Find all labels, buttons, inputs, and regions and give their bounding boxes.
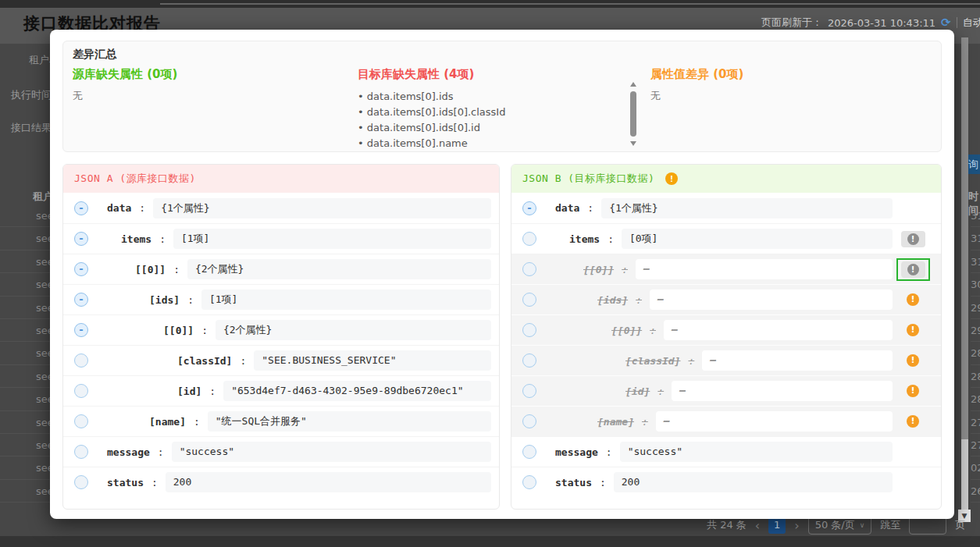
diff-badge-slot: ! <box>893 231 933 247</box>
collapse-toggle-icon[interactable]: - <box>74 232 88 246</box>
table-row[interactable]: 27 <box>971 434 980 456</box>
json-value: – <box>702 350 893 371</box>
collapse-toggle-icon[interactable]: - <box>74 293 88 307</box>
collapse-toggle-icon[interactable]: - <box>74 323 88 337</box>
json-tree-row: message:"success" <box>63 436 499 467</box>
diff-warning-badge-icon[interactable]: ! <box>907 385 919 397</box>
node-circle-icon[interactable] <box>74 475 88 489</box>
missing-attr-item: data.items[0].ids <box>358 89 505 105</box>
diff-warning-badge-icon[interactable]: ! <box>907 324 919 336</box>
json-value: – <box>664 320 893 340</box>
json-value: – <box>636 259 893 279</box>
table-row[interactable]: see <box>0 365 50 388</box>
next-page-icon[interactable]: › <box>794 518 799 533</box>
diff-summary-box: 差异汇总 源库缺失属性 (0项) 无 目标库缺失属性 (4项) data.ite… <box>62 41 942 152</box>
json-key: [[0]] <box>163 325 194 336</box>
json-value: "success" <box>620 442 893 462</box>
node-circle-icon[interactable] <box>522 445 536 459</box>
table-row[interactable]: see <box>0 456 50 479</box>
table-row[interactable]: see <box>0 273 50 296</box>
json-value: "SEE.BUSINESS_SERVICE" <box>254 350 491 371</box>
json-tree-row: items:[0项]! <box>511 223 941 254</box>
node-circle-icon[interactable] <box>74 384 88 398</box>
table-row[interactable]: see <box>0 319 50 342</box>
json-tree-row: status:200 <box>511 467 941 497</box>
node-circle-icon[interactable] <box>522 232 536 246</box>
diff-warning-badge-icon[interactable]: ! <box>907 415 919 428</box>
target-missing-column: 目标库缺失属性 (4项) data.items[0].idsdata.items… <box>358 67 505 151</box>
scroll-up-arrow-icon[interactable] <box>630 82 636 87</box>
node-circle-icon[interactable] <box>522 384 536 398</box>
diff-warning-badge-icon[interactable]: ! <box>907 293 919 306</box>
form-label-exec-time: 执行时间 <box>11 88 52 102</box>
collapse-toggle-icon[interactable]: - <box>74 262 88 276</box>
table-row[interactable]: 02 <box>971 456 980 479</box>
table-row[interactable]: 28 <box>971 388 980 410</box>
json-tree-row: [id]:–! <box>511 375 941 406</box>
node-circle-icon[interactable] <box>522 475 536 489</box>
node-circle-icon[interactable] <box>74 445 88 459</box>
diff-badge-button[interactable]: ! <box>901 231 925 247</box>
table-row[interactable]: 31 <box>971 250 980 273</box>
jump-label: 跳至 <box>880 518 900 532</box>
node-circle-icon[interactable] <box>522 323 536 337</box>
summary-scrollbar-thumb[interactable] <box>630 91 636 137</box>
top-hairline <box>160 3 980 5</box>
json-tree-row: -data:{1个属性} <box>511 193 941 223</box>
summary-scrollbar[interactable] <box>629 82 638 149</box>
json-a-header: JSON A (源库接口数据) <box>63 165 499 193</box>
node-circle-icon[interactable] <box>522 262 536 276</box>
node-circle-icon[interactable] <box>522 414 536 428</box>
node-circle-icon[interactable] <box>74 414 88 428</box>
json-key: status <box>107 477 144 488</box>
json-value: {2个属性} <box>216 320 491 340</box>
diff-badge-button[interactable]: ! <box>901 261 925 278</box>
diff-badge-slot: ! <box>893 354 933 367</box>
json-colon: : <box>636 294 642 306</box>
browser-top-strip <box>0 0 980 8</box>
collapse-toggle-icon[interactable]: - <box>74 201 88 215</box>
scroll-down-arrow-icon[interactable] <box>630 141 636 146</box>
diff-warning-badge-icon[interactable]: ! <box>907 354 919 367</box>
current-page-button[interactable]: 1 <box>768 517 786 534</box>
json-value: – <box>650 289 893 310</box>
json-colon: : <box>587 202 593 214</box>
table-row[interactable]: 29 <box>971 319 980 342</box>
collapse-toggle-icon[interactable]: - <box>522 201 536 215</box>
form-label-api-result: 接口结果 <box>11 121 52 135</box>
json-colon: : <box>201 325 208 336</box>
json-value: "653d4ef7-d463-4302-95e9-89dbe6720ec1" <box>223 381 491 401</box>
page-scrollbar-thumb[interactable] <box>961 37 968 439</box>
json-tree-row: [classId]:"SEE.BUSINESS_SERVICE" <box>63 345 499 375</box>
table-row[interactable]: see <box>0 204 50 227</box>
table-row[interactable]: 31 <box>971 227 980 250</box>
table-row[interactable]: see <box>0 480 50 503</box>
table-row[interactable]: see <box>0 250 50 273</box>
table-row[interactable]: 27 <box>971 411 980 434</box>
diff-badge-slot: ! <box>893 258 933 281</box>
prev-page-icon[interactable]: ‹ <box>755 518 760 533</box>
node-circle-icon[interactable] <box>74 353 88 368</box>
table-row[interactable]: 31 <box>971 204 980 227</box>
table-row[interactable]: see <box>0 297 50 319</box>
json-value: – <box>672 381 893 401</box>
table-row[interactable]: see <box>0 388 50 410</box>
node-circle-icon[interactable] <box>522 353 536 368</box>
json-key: [[0]] <box>611 325 642 336</box>
value-diff-body: 无 <box>650 89 743 103</box>
table-row[interactable]: 29 <box>971 297 980 319</box>
table-row[interactable]: 30 <box>971 273 980 296</box>
node-circle-icon[interactable] <box>522 293 536 307</box>
page-scrollbar-track-lower[interactable] <box>961 439 968 510</box>
table-row[interactable]: see <box>0 342 50 364</box>
table-row[interactable]: 26 <box>971 480 980 503</box>
search-button[interactable]: 询 <box>968 155 980 174</box>
table-row[interactable]: see <box>0 434 50 456</box>
refresh-icon[interactable]: ⟳ <box>941 16 951 30</box>
json-colon: : <box>600 477 606 488</box>
table-row[interactable]: see <box>0 227 50 250</box>
table-row[interactable]: 28 <box>971 365 980 388</box>
table-row[interactable]: see <box>0 411 50 434</box>
table-row[interactable]: 28 <box>971 342 980 364</box>
json-colon: : <box>622 264 628 275</box>
